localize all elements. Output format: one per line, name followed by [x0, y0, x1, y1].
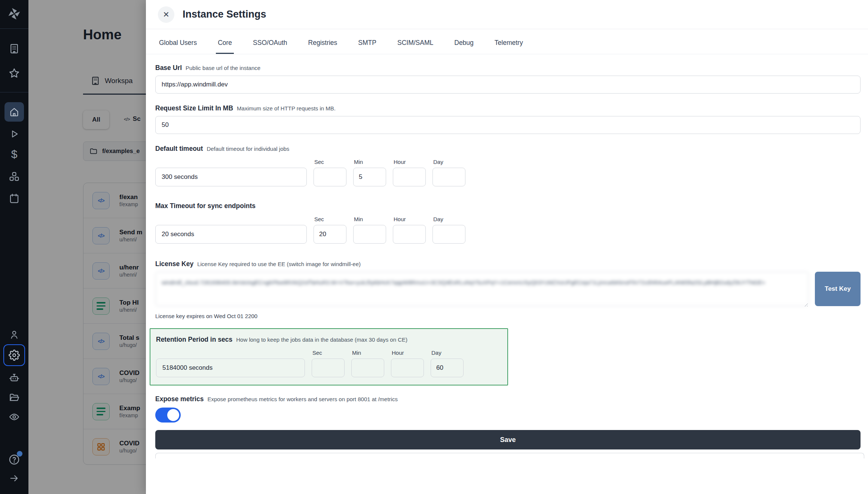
flow-icon: [92, 298, 110, 315]
item-title: COVID: [119, 369, 140, 376]
script-icon: </>: [92, 227, 110, 244]
hour-label: Hour: [391, 350, 424, 356]
field-helper: Expose prometheus metrics for workers an…: [207, 396, 398, 402]
filter-scripts-button[interactable]: </> Sc: [124, 115, 141, 123]
tab-telemetry[interactable]: Telemetry: [493, 39, 525, 54]
day-label: Day: [431, 350, 464, 356]
building-icon[interactable]: [0, 40, 28, 57]
tab-smtp[interactable]: SMTP: [356, 39, 378, 54]
script-icon: </>: [92, 333, 110, 350]
base-url-input[interactable]: [155, 76, 861, 94]
sidebar-divider: [0, 92, 28, 92]
sec-label: Sec: [314, 159, 346, 165]
item-path: f/examp: [119, 412, 138, 418]
day-label: Day: [433, 216, 465, 222]
hour-label: Hour: [393, 216, 426, 222]
sidebar-item-home[interactable]: [4, 102, 24, 122]
field-base-url: Base Url Public base url of the instance: [155, 64, 861, 94]
tab-workspace[interactable]: Workspa: [91, 76, 133, 86]
help-icon[interactable]: [0, 452, 28, 469]
runs-icon[interactable]: [0, 126, 28, 142]
field-label: Max Timeout for sync endpoints: [155, 202, 256, 210]
folder-open-icon[interactable]: [0, 389, 28, 406]
eye-icon[interactable]: [0, 409, 28, 425]
field-helper: Maximum size of HTTP requests in MB.: [237, 105, 336, 112]
windmill-logo-icon[interactable]: [0, 6, 28, 22]
field-retention-period: Retention Period in secs How long to kee…: [150, 328, 508, 385]
item-path: u/henri/: [119, 237, 137, 243]
variables-icon[interactable]: $: [0, 146, 28, 162]
schedules-icon[interactable]: [0, 190, 28, 207]
code-icon: </>: [124, 116, 130, 122]
tab-registries[interactable]: Registries: [306, 39, 339, 54]
default-timeout-min-input[interactable]: [353, 168, 386, 186]
tab-debug[interactable]: Debug: [452, 39, 476, 54]
default-timeout-hour-input[interactable]: [393, 168, 426, 186]
field-label: Expose metrics: [155, 395, 204, 403]
max-timeout-input[interactable]: [155, 225, 307, 244]
max-timeout-sec-input[interactable]: [314, 225, 346, 244]
field-expose-metrics: Expose metrics Expose prometheus metrics…: [155, 395, 861, 423]
item-title: Total s: [119, 334, 140, 341]
hour-label: Hour: [393, 159, 426, 165]
retention-input[interactable]: [156, 359, 305, 377]
field-request-size: Request Size Limit In MB Maximum size of…: [155, 104, 861, 134]
field-helper: How long to keep the jobs data in the da…: [236, 336, 407, 343]
page-title: Home: [83, 27, 122, 43]
item-path: u/henri/: [119, 307, 137, 313]
field-label: Default timeout: [155, 145, 203, 153]
folder-icon: [89, 147, 98, 155]
item-title: f/exan: [119, 193, 138, 201]
user-icon[interactable]: [0, 326, 28, 343]
item-path: u/hugo/: [119, 448, 137, 454]
tab-core[interactable]: Core: [216, 39, 234, 54]
settings-tabs: Global Users Core SSO/OAuth Registries S…: [146, 29, 868, 54]
default-timeout-sec-input[interactable]: [314, 168, 346, 186]
license-expiry-text: License key expires on Wed Oct 01 2200: [155, 313, 861, 319]
tab-scim-saml[interactable]: SCIM/SAML: [395, 39, 435, 54]
retention-min-input[interactable]: [351, 359, 384, 377]
default-timeout-day-input[interactable]: [433, 168, 465, 186]
tab-sso-oauth[interactable]: SSO/OAuth: [251, 39, 289, 54]
field-helper: Default timeout for individual jobs: [207, 146, 289, 152]
max-timeout-hour-input[interactable]: [393, 225, 426, 244]
sec-label: Sec: [312, 350, 345, 356]
field-license-key: License Key License Key required to use …: [155, 260, 861, 319]
retention-sec-input[interactable]: [312, 359, 345, 377]
close-icon[interactable]: ✕: [158, 6, 174, 23]
filter-all-button[interactable]: All: [83, 110, 109, 129]
item-path: u/hugo/: [119, 342, 137, 348]
min-label: Min: [353, 216, 386, 222]
script-icon: </>: [92, 192, 110, 209]
collapse-arrow-icon[interactable]: [0, 470, 28, 487]
item-path: u/hugo/: [119, 377, 137, 383]
item-title: u/henr: [119, 264, 139, 271]
bot-icon[interactable]: [0, 370, 28, 386]
retention-day-input[interactable]: [431, 359, 464, 377]
resources-icon[interactable]: [0, 168, 28, 185]
field-label: Request Size Limit In MB: [155, 104, 233, 112]
retention-hour-input[interactable]: [391, 359, 424, 377]
item-title: Send m: [119, 229, 142, 236]
item-path: u/henri/: [119, 272, 137, 278]
sidebar-item-settings[interactable]: [3, 344, 25, 366]
max-timeout-min-input[interactable]: [353, 225, 386, 244]
tab-workspace-label: Workspa: [105, 77, 133, 85]
item-title: Top HI: [119, 299, 139, 306]
field-label: License Key: [155, 260, 193, 268]
star-icon[interactable]: [0, 65, 28, 82]
day-label: Day: [433, 159, 465, 165]
expose-metrics-toggle[interactable]: [155, 408, 181, 423]
tab-global-users[interactable]: Global Users: [157, 39, 199, 54]
script-icon: </>: [92, 368, 110, 385]
building-icon: [91, 76, 100, 86]
test-key-button[interactable]: Test Key: [815, 272, 861, 306]
item-path: f/examp: [119, 201, 138, 207]
modal-title: Instance Settings: [183, 9, 266, 20]
item-title: Examp: [119, 405, 140, 412]
max-timeout-day-input[interactable]: [433, 225, 465, 244]
request-size-input[interactable]: [155, 116, 861, 134]
default-timeout-input[interactable]: [155, 168, 307, 186]
license-key-textarea[interactable]: windmill_cloud.7281696400.8eVaVogECngKPb…: [155, 272, 809, 306]
save-button[interactable]: Save: [155, 430, 861, 449]
